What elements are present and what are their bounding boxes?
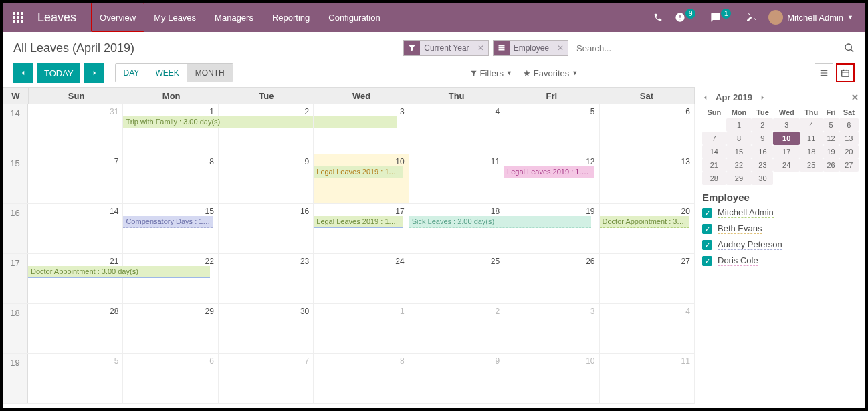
calendar-cell[interactable]: 11 <box>600 354 695 403</box>
groupby-chip-employee[interactable]: Employee ✕ <box>493 40 568 56</box>
mini-prev-button[interactable] <box>702 94 709 101</box>
next-button[interactable] <box>84 63 104 83</box>
calendar-event[interactable]: Doctor Appointment : 3.00 d <box>600 216 689 228</box>
calendar-cell[interactable]: 6 <box>600 104 695 154</box>
calendar-cell[interactable]: 15Compensatory Days : 1.00 <box>123 204 218 253</box>
mini-day[interactable]: 8 <box>726 132 752 145</box>
calendar-cell[interactable]: 29 <box>123 304 218 354</box>
favorites-dropdown[interactable]: ★ Favorites ▼ <box>523 68 578 78</box>
calendar-cell[interactable]: 3 <box>314 104 409 154</box>
calendar-cell[interactable]: 2 <box>409 304 504 354</box>
calendar-view-button[interactable] <box>836 63 855 82</box>
mini-day[interactable]: 21 <box>702 158 726 172</box>
filter-chip-current-year[interactable]: Current Year ✕ <box>403 40 488 56</box>
list-view-button[interactable] <box>815 63 833 82</box>
calendar-cell[interactable]: 10Legal Leaves 2019 : 1.00 d <box>314 154 409 204</box>
mini-day[interactable]: 3 <box>773 118 799 132</box>
prev-button[interactable] <box>13 63 33 83</box>
calendar-cell[interactable]: 11 <box>409 154 504 204</box>
calendar-cell[interactable]: 21Doctor Appointment : 3.00 day(s) <box>28 254 123 303</box>
sidebar-close-button[interactable]: ✕ <box>851 92 859 102</box>
chip-remove[interactable]: ✕ <box>473 43 488 53</box>
menu-my-leaves[interactable]: My Leaves <box>144 3 205 32</box>
mini-day[interactable]: 29 <box>726 172 752 185</box>
menu-managers[interactable]: Managers <box>205 3 263 32</box>
filters-dropdown[interactable]: Filters ▼ <box>470 68 512 78</box>
mini-day[interactable]: 7 <box>702 132 726 145</box>
calendar-cell[interactable]: 2 <box>219 104 314 154</box>
calendar-cell[interactable]: 9 <box>219 154 314 204</box>
menu-configuration[interactable]: Configuration <box>319 3 389 32</box>
apps-grid-icon[interactable] <box>3 12 33 23</box>
calendar-cell[interactable]: 4 <box>409 104 504 154</box>
calendar-cell[interactable]: 28 <box>28 304 123 354</box>
calendar-cell[interactable]: 24 <box>314 254 409 303</box>
mini-day[interactable]: 14 <box>702 145 726 158</box>
mini-day[interactable] <box>823 172 839 185</box>
menu-overview[interactable]: Overview <box>91 3 144 32</box>
mini-day[interactable]: 11 <box>800 132 823 145</box>
search-input[interactable] <box>572 41 840 56</box>
mini-day[interactable]: 13 <box>839 132 859 145</box>
mini-day[interactable]: 16 <box>752 145 773 158</box>
employee-filter-item[interactable]: ✓Doris Cole <box>702 255 859 266</box>
calendar-cell[interactable]: 31 <box>28 104 123 154</box>
calendar-cell[interactable]: 8 <box>123 154 218 204</box>
calendar-cell[interactable]: 7 <box>28 154 123 204</box>
today-button[interactable]: TODAY <box>37 63 80 83</box>
mini-day[interactable]: 26 <box>823 158 839 172</box>
mini-day[interactable]: 23 <box>752 158 773 172</box>
calendar-cell[interactable]: 8 <box>314 354 409 403</box>
calendar-cell[interactable]: 3 <box>504 304 599 354</box>
scale-month[interactable]: MONTH <box>187 64 233 82</box>
settings-icon[interactable] <box>746 12 756 23</box>
mini-day[interactable]: 2 <box>752 118 773 132</box>
calendar-cell[interactable]: 30 <box>219 304 314 354</box>
calendar-cell[interactable]: 18Sick Leaves : 2.00 day(s) <box>409 204 504 253</box>
menu-reporting[interactable]: Reporting <box>263 3 319 32</box>
app-brand[interactable]: Leaves <box>33 11 91 25</box>
employee-filter-item[interactable]: ✓Beth Evans <box>702 223 859 234</box>
calendar-cell[interactable]: 17Legal Leaves 2019 : 1.00 d <box>314 204 409 253</box>
activities-icon[interactable]: 9 <box>675 12 698 23</box>
mini-day[interactable]: 27 <box>839 158 859 172</box>
mini-day[interactable]: 24 <box>773 158 799 172</box>
calendar-cell[interactable]: 20Doctor Appointment : 3.00 d <box>600 204 695 253</box>
mini-day[interactable]: 1 <box>726 118 752 132</box>
calendar-cell[interactable]: 27 <box>600 254 695 303</box>
calendar-cell[interactable]: 10 <box>504 354 599 403</box>
mini-day[interactable]: 19 <box>823 145 839 158</box>
employee-filter-item[interactable]: ✓Mitchell Admin <box>702 207 859 218</box>
messages-icon[interactable]: 1 <box>710 12 734 23</box>
mini-day[interactable] <box>839 172 859 185</box>
calendar-cell[interactable]: 1Trip with Family : 3.00 day(s) <box>123 104 218 154</box>
calendar-cell[interactable]: 22 <box>123 254 218 303</box>
calendar-cell[interactable]: 16 <box>219 204 314 253</box>
mini-day[interactable]: 22 <box>726 158 752 172</box>
user-menu[interactable]: Mitchell Admin ▼ <box>768 10 853 25</box>
calendar-cell[interactable]: 14 <box>28 204 123 253</box>
calendar-cell[interactable]: 23 <box>219 254 314 303</box>
calendar-cell[interactable]: 19 <box>504 204 599 253</box>
search-icon[interactable] <box>844 43 855 53</box>
mini-day[interactable]: 10 <box>773 132 799 145</box>
mini-day[interactable]: 15 <box>726 145 752 158</box>
scale-week[interactable]: WEEK <box>147 64 187 82</box>
mini-day[interactable]: 25 <box>800 158 823 172</box>
mini-day[interactable]: 9 <box>752 132 773 145</box>
mini-day[interactable]: 17 <box>773 145 799 158</box>
calendar-cell[interactable]: 5 <box>28 354 123 403</box>
calendar-cell[interactable]: 25 <box>409 254 504 303</box>
calendar-cell[interactable]: 1 <box>314 304 409 354</box>
calendar-cell[interactable]: 7 <box>219 354 314 403</box>
mini-day[interactable]: 18 <box>800 145 823 158</box>
mini-day[interactable] <box>773 172 799 185</box>
mini-day[interactable]: 5 <box>823 118 839 132</box>
calendar-cell[interactable]: 26 <box>504 254 599 303</box>
mini-day[interactable]: 20 <box>839 145 859 158</box>
mini-day[interactable] <box>702 118 726 132</box>
scale-day[interactable]: DAY <box>116 64 148 82</box>
calendar-cell[interactable]: 5 <box>504 104 599 154</box>
mini-day[interactable]: 6 <box>839 118 859 132</box>
calendar-event[interactable]: Legal Leaves 2019 : 1.00 d <box>314 216 403 228</box>
